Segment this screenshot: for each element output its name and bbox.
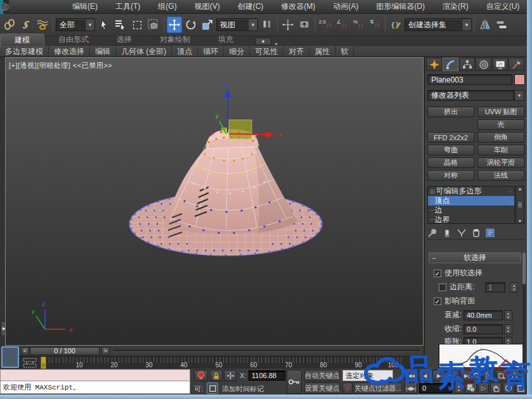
stack-item-2[interactable]: ┈顶点·. — [428, 196, 514, 206]
pinch-spinner[interactable]: ▲▼ — [504, 324, 512, 334]
key-filters-button[interactable]: 关键点过滤器... — [354, 383, 402, 394]
menu-item-5[interactable]: 创建(C) — [229, 1, 273, 12]
current-frame-field[interactable]: 0 — [419, 383, 452, 393]
frame-spinner[interactable]: ▲▼ — [455, 383, 463, 393]
play-animation-icon[interactable]: ▶ — [432, 370, 445, 381]
auto-key-button[interactable]: 自动关键点 — [304, 370, 340, 381]
maxscript-listener-white[interactable]: 欢迎使用 MAXScript。 — [0, 381, 190, 394]
select-and-manipulate-icon[interactable] — [280, 16, 295, 33]
menu-item-3[interactable]: 组(G) — [149, 1, 185, 12]
ribbon-tool-8[interactable]: 可见性 — [250, 46, 283, 56]
modifier-button-5-1[interactable]: 法线 — [477, 170, 524, 181]
maximize-viewport-icon[interactable] — [516, 383, 526, 394]
ribbon-tool-4[interactable]: 几何体 (全部) — [116, 46, 172, 56]
add-time-tag[interactable]: 添加时间标记 — [222, 384, 264, 394]
modifier-button-4-1[interactable]: 涡轮平滑 — [477, 157, 524, 168]
angle-snap-icon[interactable]: ∠∩ — [334, 16, 349, 33]
remove-modifier-icon[interactable] — [471, 228, 481, 238]
modifier-button-4-0[interactable]: 晶格 — [427, 157, 474, 168]
ribbon-minimize-icon[interactable]: ▼ — [255, 37, 271, 45]
select-and-move-icon[interactable] — [167, 16, 182, 33]
previous-frame-icon[interactable]: ◀ — [418, 370, 431, 381]
scroll-thumb[interactable]: ≡ — [517, 200, 523, 209]
edge-distance-spinner[interactable]: ▲▼ — [510, 282, 518, 292]
motion-tab-icon[interactable] — [476, 58, 491, 71]
menu-item-2[interactable]: 工具(T) — [107, 1, 149, 12]
keyboard-shortcut-override-icon[interactable] — [297, 16, 312, 33]
maxscript-listener-pink[interactable] — [0, 369, 190, 381]
align-icon[interactable] — [494, 16, 509, 33]
menu-item-4[interactable]: 视图(V) — [186, 1, 229, 12]
create-tab-icon[interactable] — [426, 58, 442, 71]
edge-distance-field[interactable]: 1 — [485, 282, 505, 292]
make-unique-icon[interactable] — [457, 228, 467, 238]
select-by-name-icon[interactable] — [113, 16, 128, 33]
pinch-field[interactable]: 0.0 — [464, 324, 503, 334]
time-slider-track[interactable] — [114, 350, 420, 352]
zoom-icon[interactable] — [470, 370, 482, 381]
pin-stack-icon[interactable] — [427, 228, 438, 238]
menu-item-10[interactable]: 自定义(U) — [477, 1, 529, 12]
ribbon-tool-1[interactable]: 多边形建模 — [0, 46, 49, 56]
stack-item-4[interactable]: ┈边界 — [428, 215, 514, 224]
spinner-snap-icon[interactable]: ⇅∩ — [367, 16, 382, 33]
menu-item-7[interactable]: 动画(A) — [324, 1, 367, 12]
use-pivot-point-icon[interactable] — [259, 16, 275, 33]
modifier-button-3-1[interactable]: 车削 — [477, 145, 524, 155]
pan-hand-icon[interactable] — [490, 383, 502, 394]
viewport-layout-tab[interactable] — [1, 346, 19, 368]
next-frame-button[interactable]: > — [101, 347, 110, 355]
viewport-label[interactable]: [+][透视][明暗处理] <<已禁用>> — [9, 61, 112, 70]
isolate-selection-button[interactable] — [194, 370, 208, 381]
ribbon-tab-4[interactable]: 对象绘制 — [146, 34, 204, 46]
ribbon-tab-1[interactable]: 建模 — [0, 34, 44, 46]
perspective-viewport[interactable]: z x y x y z — [5, 57, 424, 346]
absolute-mode-transform-icon[interactable] — [224, 370, 237, 381]
utilities-tab-icon[interactable] — [509, 58, 524, 71]
ribbon-tool-9[interactable]: 对齐 — [283, 46, 309, 56]
named-selection-sets-dropdown[interactable]: 创建选择集▼ — [405, 18, 472, 31]
menu-item-9[interactable]: 渲染(R) — [434, 1, 477, 12]
ribbon-tool-10[interactable]: 属性 — [309, 46, 335, 56]
modifier-button-0-1[interactable]: UVW 贴图 — [477, 107, 524, 117]
key-filters-check-icon[interactable]: √ — [342, 383, 353, 394]
panel-scrollbar[interactable] — [522, 252, 526, 367]
set-key-button[interactable]: 设置关键点 — [304, 383, 340, 394]
hierarchy-tab-icon[interactable] — [459, 58, 475, 71]
soft-selection-rollout-header[interactable]: −软选择 — [429, 252, 521, 263]
menu-item-8[interactable]: 图形编辑器(D) — [367, 1, 434, 12]
modifier-button-2-1[interactable]: 倒角 — [477, 132, 524, 143]
percent-snap-icon[interactable]: %∩ — [351, 16, 366, 33]
menu-item-1[interactable]: 编辑(E) — [63, 1, 107, 12]
previous-frame-button[interactable]: < — [21, 347, 29, 355]
time-configuration-icon[interactable] — [465, 383, 477, 394]
chevron-down-icon[interactable]: ▼ — [514, 90, 524, 101]
time-slider-handle[interactable]: 0 / 100 — [30, 347, 100, 355]
select-and-rotate-icon[interactable] — [183, 16, 198, 33]
window-crossing-icon[interactable] — [146, 16, 161, 33]
select-object-icon[interactable] — [96, 16, 112, 33]
snaps-toggle-icon[interactable]: 2.5∩ — [318, 16, 333, 33]
scroll-down-icon[interactable]: ▼ — [518, 219, 522, 223]
orbit-icon[interactable] — [503, 383, 514, 394]
zoom-region-icon[interactable] — [496, 370, 507, 381]
modify-tab-icon[interactable] — [443, 58, 458, 71]
reference-coordinate-dropdown[interactable]: 视图▼ — [216, 18, 258, 31]
x-coordinate-field[interactable]: 1106.88 — [249, 370, 285, 381]
unlink-selection-icon[interactable] — [18, 16, 34, 33]
stack-item-1[interactable]: ⊟可编辑多边形·. — [428, 186, 514, 196]
modifier-button-1-1[interactable]: 壳 — [477, 119, 524, 130]
window-crossing-toggle-icon[interactable] — [207, 383, 218, 394]
next-frame-icon[interactable]: ▶▶ — [446, 370, 459, 381]
ribbon-tool-11[interactable]: 软 — [335, 46, 354, 56]
edge-distance-checkbox[interactable] — [439, 284, 446, 291]
play-selected-icon[interactable]: ▷ — [478, 383, 489, 394]
go-to-start-icon[interactable]: |◀◀ — [405, 370, 417, 381]
ribbon-tool-7[interactable]: 细分 — [224, 46, 250, 56]
modifier-button-2-0[interactable]: FFD 2x2x2 — [427, 132, 474, 143]
scroll-up-icon[interactable]: ▲ — [518, 186, 522, 191]
modifier-list-dropdown[interactable]: 修改器列表 — [427, 90, 514, 101]
object-name-field[interactable]: Plane003 — [427, 74, 512, 85]
ribbon-tool-2[interactable]: 修改选择 — [49, 46, 90, 56]
ribbon-tool-5[interactable]: 顶点 — [172, 46, 198, 56]
